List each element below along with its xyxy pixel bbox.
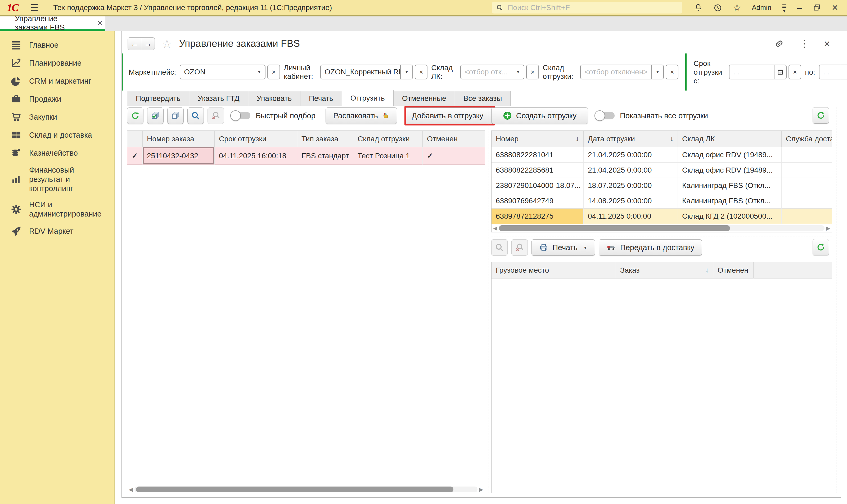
- col-cargo-cancelled[interactable]: Отменен: [713, 262, 754, 278]
- clear-icon[interactable]: ×: [267, 65, 280, 79]
- open-windows-tabstrip: Управление заказами FBS ×: [0, 16, 847, 31]
- window-tab-fbs-orders[interactable]: Управление заказами FBS ×: [0, 16, 105, 31]
- clear-icon[interactable]: ×: [666, 65, 679, 79]
- minimize-button[interactable]: –: [797, 2, 802, 13]
- lk-warehouse-combo[interactable]: <отбор отк... ▼ ×: [460, 65, 539, 79]
- ship-warehouse-combo[interactable]: <отбор отключен> ▼ ×: [580, 65, 679, 79]
- get-link-icon[interactable]: [774, 38, 785, 49]
- orders-table: Номер заказа Срок отгрузки Тип заказа Ск…: [127, 130, 485, 484]
- shipments-hscrollbar[interactable]: ◀ ▶: [491, 224, 832, 232]
- sidebar-item-finance[interactable]: Финансовый результат и контроллинг: [0, 162, 114, 197]
- 1c-logo: 1С: [7, 1, 18, 14]
- shipment-row-selected[interactable]: 63897872128275 04.11.2025 0:00:00 Склад …: [491, 209, 832, 224]
- group-divider: [685, 53, 687, 91]
- more-menu-icon[interactable]: ⋮: [799, 38, 809, 49]
- clear-icon[interactable]: ×: [789, 65, 801, 79]
- sidebar-item-planning[interactable]: Планирование: [0, 54, 114, 72]
- refresh-shipments-button[interactable]: [813, 107, 829, 124]
- sales-briefcase-icon: [11, 93, 22, 105]
- col-cargo-place[interactable]: Грузовое место: [491, 262, 616, 278]
- shipment-row[interactable]: 23807290104000-18.07... 18.07.2025 0:00:…: [491, 178, 832, 193]
- refresh-cargo-button[interactable]: [813, 239, 829, 255]
- unpack-button[interactable]: Распаковать: [326, 107, 397, 124]
- col-order[interactable]: Заказ↓: [616, 262, 713, 278]
- shipment-row[interactable]: 63890769642749 14.08.2025 0:00:00 Калини…: [491, 193, 832, 209]
- dropdown-icon[interactable]: ▼: [651, 65, 663, 79]
- col-order-type[interactable]: Тип заказа: [297, 131, 353, 147]
- col-ship-date[interactable]: Дата отгрузки↓: [584, 131, 678, 147]
- tab-pack[interactable]: Упаковать: [248, 91, 301, 106]
- print-button[interactable]: Печать ▼: [531, 239, 595, 256]
- tab-close-icon[interactable]: ×: [97, 18, 103, 28]
- sidebar-item-warehouse[interactable]: Склад и доставка: [0, 126, 114, 144]
- right-splitter[interactable]: [836, 107, 836, 493]
- shipment-row[interactable]: 63880822285681 21.04.2025 0:00:00 Склад …: [491, 163, 832, 178]
- functions-menu-icon[interactable]: ≡▼: [782, 3, 787, 13]
- create-shipment-button[interactable]: Создать отгрузку: [491, 107, 588, 124]
- sidebar-item-crm[interactable]: CRM и маркетинг: [0, 72, 114, 90]
- nav-forward-button[interactable]: →: [141, 37, 155, 50]
- col-ship-term[interactable]: Срок отгрузки: [215, 131, 297, 147]
- dropdown-icon[interactable]: ▼: [400, 65, 412, 79]
- account-combo[interactable]: OZON_Корректный RD ▼ ×: [320, 65, 428, 79]
- transfer-to-delivery-button[interactable]: Передать в доставку: [599, 239, 702, 256]
- close-form-icon[interactable]: ×: [824, 38, 830, 50]
- refresh-button[interactable]: [127, 107, 143, 124]
- close-window-button[interactable]: ×: [832, 2, 838, 14]
- sidebar-item-treasury[interactable]: Казначейство: [0, 144, 114, 162]
- term-to-date[interactable]: . . ×: [819, 65, 847, 79]
- sidebar-item-admin[interactable]: НСИ и администрирование: [0, 197, 114, 222]
- col-cancelled[interactable]: Отменен: [423, 131, 485, 147]
- copy-button[interactable]: [167, 107, 184, 124]
- add-to-shipment-highlight: Добавить в отгрузку: [404, 106, 495, 125]
- sidebar-item-purchases[interactable]: Закупки: [0, 108, 114, 126]
- term-from-date[interactable]: . . ×: [729, 65, 801, 79]
- orders-hscrollbar[interactable]: ◀ ▶: [127, 486, 485, 493]
- history-icon[interactable]: [713, 3, 722, 12]
- order-number-cell[interactable]: 25110432-0432: [143, 147, 215, 165]
- main-icon: [11, 39, 22, 51]
- tab-cancelled[interactable]: Отмененные: [393, 91, 455, 106]
- quick-pick-toggle[interactable]: [230, 110, 250, 121]
- marketplace-combo[interactable]: OZON ▼ ×: [180, 65, 280, 79]
- search-button[interactable]: [187, 107, 204, 124]
- tab-ship[interactable]: Отгрузить: [342, 90, 394, 106]
- sidebar-item-sales[interactable]: Продажи: [0, 90, 114, 108]
- col-number[interactable]: Номер↓: [491, 131, 584, 147]
- show-all-shipments-toggle[interactable]: [594, 110, 615, 121]
- marketplace-label: Маркетплейс:: [129, 68, 176, 76]
- nav-back-button[interactable]: ←: [128, 37, 141, 50]
- panel-splitter[interactable]: [489, 107, 489, 493]
- tab-confirm[interactable]: Подтвердить: [127, 91, 189, 106]
- restore-button[interactable]: [813, 3, 821, 12]
- col-lk-warehouse[interactable]: Склад ЛК: [678, 131, 781, 147]
- search-input[interactable]: [507, 3, 678, 12]
- clear-icon[interactable]: ×: [526, 65, 539, 79]
- tab-all-orders[interactable]: Все заказы: [455, 91, 511, 106]
- main-menu-icon[interactable]: ☰: [31, 3, 38, 12]
- col-order-number[interactable]: Номер заказа: [143, 131, 215, 147]
- dropdown-icon[interactable]: ▼: [512, 65, 524, 79]
- col-warehouse[interactable]: Склад отгрузки: [353, 131, 423, 147]
- order-row[interactable]: ✓ 25110432-0432 04.11.2025 16:00:18 FBS …: [127, 147, 485, 165]
- tab-print[interactable]: Печать: [300, 91, 342, 106]
- notifications-bell-icon[interactable]: [694, 3, 702, 12]
- shipment-row[interactable]: 63880822281041 21.04.2025 0:00:00 Склад …: [491, 147, 832, 163]
- col-delivery-service[interactable]: Служба доставк: [781, 131, 832, 147]
- favorites-star-icon[interactable]: ☆: [733, 2, 741, 13]
- set-flags-button[interactable]: [147, 107, 164, 124]
- orders-table-header: Номер заказа Срок отгрузки Тип заказа Ск…: [127, 131, 485, 147]
- rocket-icon: [11, 226, 22, 237]
- clear-icon[interactable]: ×: [415, 65, 428, 79]
- global-search[interactable]: [492, 2, 682, 14]
- ship-warehouse-label: Склад отгрузки:: [543, 63, 576, 81]
- sidebar-item-rdv-market[interactable]: RDV Маркет: [0, 222, 114, 240]
- sidebar-item-main[interactable]: Главное: [0, 36, 114, 54]
- favorite-star-icon[interactable]: ☆: [162, 37, 172, 51]
- sort-desc-icon: ↓: [670, 135, 673, 143]
- tab-gtd[interactable]: Указать ГТД: [189, 91, 248, 106]
- add-to-shipment-button[interactable]: Добавить в отгрузку: [406, 107, 493, 124]
- user-name[interactable]: Admin: [752, 3, 772, 12]
- dropdown-icon[interactable]: ▼: [253, 65, 265, 79]
- calendar-icon[interactable]: [774, 65, 786, 79]
